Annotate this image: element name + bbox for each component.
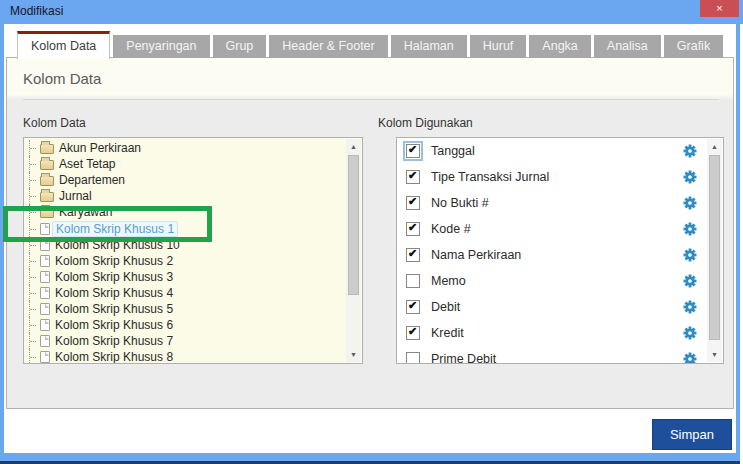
column-label: Memo [431,274,466,288]
tree-item-label: Jurnal [59,189,92,203]
checkbox[interactable]: ✔ [406,326,420,340]
tree-connector [29,349,40,364]
column-row-tipe-transaksi-jurnal[interactable]: ✔ Tipe Transaksi Jurnal [397,164,723,190]
tree-connector [29,253,40,269]
tree-item-departemen[interactable]: Departemen [26,172,362,188]
column-row-tanggal[interactable]: ✔ Tanggal [397,138,723,164]
check-icon: ✔ [408,143,417,156]
checkbox[interactable]: ✔ [406,170,420,184]
tab-analisa[interactable]: Analisa [594,35,661,58]
gear-icon[interactable] [683,170,697,184]
gear-icon[interactable] [683,248,697,262]
tree-item-kolom-skrip-khusus-8[interactable]: Kolom Skrip Khusus 8 [26,349,362,364]
scroll-up-icon[interactable]: ▲ [346,139,361,154]
gear-icon[interactable] [683,300,697,314]
tab-label: Kolom Data [31,39,96,53]
tab-huruf[interactable]: Huruf [470,35,527,58]
tab-grafik[interactable]: Grafik [664,35,723,58]
tree-item-label: Karyawan [59,205,112,219]
tree-item-label: Kolom Skrip Khusus 5 [55,302,173,316]
tree-item-label: Kolom Skrip Khusus 2 [55,254,173,268]
dialog-body: Kolom DataPenyaringanGrupHeader & Footer… [0,24,740,453]
close-button[interactable]: × [700,0,739,17]
tree-item-label: Kolom Skrip Khusus 4 [55,286,173,300]
checkbox[interactable]: ✔ [406,196,420,210]
column-label: Kode # [431,222,471,236]
close-icon: × [716,2,722,14]
checkbox[interactable]: ✔ [406,274,420,288]
gear-icon[interactable] [683,352,697,364]
folder-icon [40,208,54,218]
gear-icon[interactable] [683,274,697,288]
tree-connector [29,301,40,317]
tree-item-kolom-skrip-khusus-1[interactable]: Kolom Skrip Khusus 1 [26,220,362,236]
tree-item-kolom-skrip-khusus-2[interactable]: Kolom Skrip Khusus 2 [26,253,362,269]
tree-connector [29,269,40,285]
column-label: Tanggal [431,144,475,158]
tab-page-kolom-data: Kolom Data Kolom Data Kolom Digunakan ▲ … [6,57,734,409]
column-row-debit[interactable]: ✔ Debit [397,294,723,320]
column-label: Tipe Transaksi Jurnal [431,170,549,184]
checkbox[interactable]: ✔ [406,300,420,314]
check-icon: ✔ [408,221,417,234]
tree-connector [29,221,40,237]
checkbox[interactable]: ✔ [406,144,420,158]
tree-item-karyawan[interactable]: Karyawan [26,204,362,220]
tab-label: Huruf [483,39,514,53]
left-panel-label: Kolom Data [23,116,86,130]
gear-icon[interactable] [683,222,697,236]
file-icon [40,319,50,331]
tab-label: Grafik [677,39,710,53]
folder-icon [40,160,54,170]
tab-halaman[interactable]: Halaman [391,35,467,58]
scrollbar-thumb[interactable] [348,155,359,295]
checkbox[interactable]: ✔ [406,222,420,236]
tab-kolom-data[interactable]: Kolom Data [17,31,110,59]
tab-grup[interactable]: Grup [213,35,267,58]
tab-label: Grup [226,39,254,53]
folder-icon [40,144,54,154]
modifikasi-dialog: Modifikasi × Kolom DataPenyaringanGrupHe… [0,0,743,464]
save-button[interactable]: Simpan [652,419,732,450]
column-row-memo[interactable]: ✔ Memo [397,268,723,294]
file-icon [40,287,50,299]
column-row-kode[interactable]: ✔ Kode # [397,216,723,242]
file-icon [40,335,50,347]
tab-header-footer[interactable]: Header & Footer [269,35,387,58]
column-label: Prime Debit [431,352,496,364]
tree-item-label: Departemen [59,173,125,187]
scrollbar-thumb[interactable] [709,155,720,340]
column-row-prime-debit[interactable]: ✔ Prime Debit [397,346,723,364]
checkbox[interactable]: ✔ [406,352,420,364]
tab-bar: Kolom DataPenyaringanGrupHeader & Footer… [17,30,726,58]
tree-item-kolom-skrip-khusus-3[interactable]: Kolom Skrip Khusus 3 [26,269,362,285]
tab-penyaringan[interactable]: Penyaringan [113,35,209,58]
list-scrollbar[interactable]: ▲ ▼ [707,139,722,362]
tree-item-kolom-skrip-khusus-4[interactable]: Kolom Skrip Khusus 4 [26,285,362,301]
file-icon [40,223,50,235]
gear-icon[interactable] [683,144,697,158]
tree-scrollbar[interactable]: ▲ ▼ [346,139,361,362]
tree-item-akun-perkiraan[interactable]: Akun Perkiraan [26,140,362,156]
file-icon [40,351,50,363]
column-row-kredit[interactable]: ✔ Kredit [397,320,723,346]
tree-item-kolom-skrip-khusus-10[interactable]: Kolom Skrip Khusus 10 [26,237,362,253]
tree-item-kolom-skrip-khusus-6[interactable]: Kolom Skrip Khusus 6 [26,317,362,333]
titlebar: Modifikasi × [0,0,743,24]
tree-item-kolom-skrip-khusus-5[interactable]: Kolom Skrip Khusus 5 [26,301,362,317]
tab-angka[interactable]: Angka [529,35,590,58]
checkbox[interactable]: ✔ [406,248,420,262]
column-row-nama-perkiraan[interactable]: ✔ Nama Perkiraan [397,242,723,268]
gear-icon[interactable] [683,196,697,210]
scroll-down-icon[interactable]: ▼ [346,347,361,362]
scroll-down-icon[interactable]: ▼ [707,347,722,362]
tab-label: Penyaringan [126,39,196,53]
gear-icon[interactable] [683,326,697,340]
tree-connector [29,237,40,253]
column-row-no-bukti[interactable]: ✔ No Bukti # [397,190,723,216]
scroll-up-icon[interactable]: ▲ [707,139,722,154]
tree-item-jurnal[interactable]: Jurnal [26,188,362,204]
tree-item-aset-tetap[interactable]: Aset Tetap [26,156,362,172]
tree-item-kolom-skrip-khusus-7[interactable]: Kolom Skrip Khusus 7 [26,333,362,349]
tree-connector [29,188,40,204]
